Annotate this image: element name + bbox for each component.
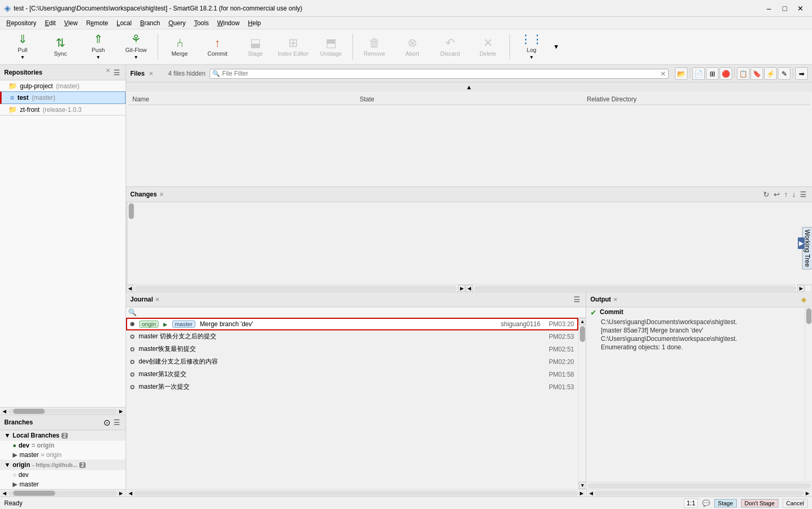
file-filter-clear-button[interactable]: ✕: [660, 70, 666, 78]
maximize-button[interactable]: □: [777, 3, 792, 14]
journal-row-1[interactable]: master 切换分支之后的提交 PM02:53: [126, 330, 578, 343]
toolbar-more-button[interactable]: ▼: [551, 32, 561, 62]
delete-button[interactable]: ✕ Delete: [470, 32, 506, 62]
commit-button[interactable]: ↑ Commit: [199, 32, 236, 62]
menu-repository[interactable]: Repository: [2, 18, 40, 28]
changes-scroll-left2-btn[interactable]: ◀: [465, 285, 473, 292]
menu-query[interactable]: Query: [164, 18, 190, 28]
files-close[interactable]: ✕: [149, 70, 153, 77]
journal-close[interactable]: ✕: [155, 296, 160, 303]
menu-tools[interactable]: Tools: [190, 18, 213, 28]
menu-local[interactable]: Local: [112, 18, 136, 28]
output-hscrollbar[interactable]: [586, 482, 812, 489]
menu-remote[interactable]: Remote: [82, 18, 112, 28]
status-dont-stage-btn[interactable]: Don't Stage: [741, 499, 778, 507]
files-diff-btn[interactable]: ⊞: [706, 67, 719, 80]
log-button[interactable]: ⋮⋮ Log ▼: [513, 32, 550, 62]
changes-hscrollbar[interactable]: ◀ ▶ ◀ ▶: [126, 284, 812, 292]
origin-group[interactable]: ▼ origin - https://github... 2: [0, 460, 126, 470]
journal-row-0[interactable]: origin ▶ master Merge branch 'dev' shigu…: [126, 318, 578, 330]
left-bottom-scroll-left-btn[interactable]: ◀: [1, 491, 8, 496]
journal-scroll-thumb[interactable]: [580, 326, 585, 342]
journal-vscrollbar[interactable]: ▲ ▼: [578, 318, 586, 489]
left-scroll-left-btn[interactable]: ◀: [1, 409, 8, 414]
files-chevron[interactable]: ▲: [126, 82, 812, 92]
changes-close[interactable]: ✕: [159, 191, 164, 198]
journal-scroll-up-btn[interactable]: ▲: [579, 318, 586, 325]
bottom-hscrollbar-right[interactable]: ◀ ▶: [586, 490, 812, 496]
changes-scroll-right-btn[interactable]: ▶: [458, 285, 465, 292]
file-filter-input[interactable]: [222, 70, 660, 77]
files-action2-btn[interactable]: 🔖: [751, 67, 763, 80]
branch-item-origin-dev[interactable]: ○ dev: [0, 470, 126, 480]
repositories-close[interactable]: ✕: [106, 67, 110, 78]
changes-scroll-right2-btn[interactable]: ▶: [797, 285, 805, 292]
files-open-btn[interactable]: 📂: [675, 67, 688, 80]
unstage-button[interactable]: ⬒ Unstage: [313, 32, 349, 62]
bottom-hscrollbar-left[interactable]: ◀ ▶: [126, 490, 586, 496]
abort-button[interactable]: ⊗ Abort: [394, 32, 431, 62]
repo-item-gulp[interactable]: 📁 gulp-project (master): [0, 80, 126, 91]
local-branches-group[interactable]: ▼ Local Branches 2: [0, 430, 126, 441]
left-bottom-scroll-right-btn[interactable]: ▶: [118, 491, 124, 496]
files-extra-btn[interactable]: ➡: [795, 67, 808, 80]
repo-item-test[interactable]: ≡ test (master): [0, 91, 126, 104]
remove-button[interactable]: 🗑 Remove: [356, 32, 393, 62]
gitflow-button[interactable]: ⚘ Git-Flow ▼: [118, 32, 154, 62]
index-editor-button[interactable]: ⊞ Index Editor: [275, 32, 311, 62]
left-scroll-thumb[interactable]: [13, 409, 45, 414]
journal-row-5[interactable]: master第一次提交 PM01:53: [126, 381, 578, 393]
files-action1-btn[interactable]: 📋: [737, 67, 749, 80]
left-scrollbar-horizontal[interactable]: ◀ ▶: [0, 407, 126, 414]
output-scroll-thumb[interactable]: [806, 308, 811, 324]
bottom-scroll-right-btn[interactable]: ▶: [578, 491, 585, 496]
sync-button[interactable]: ⇅ Sync: [42, 32, 79, 62]
changes-up-btn[interactable]: ↑: [783, 189, 789, 200]
discard-button[interactable]: ↶ Discard: [432, 32, 469, 62]
journal-row-4[interactable]: master第1次提交 PM01:58: [126, 368, 578, 381]
repo-item-zt[interactable]: 📁 zt-front (release-1.0.3: [0, 104, 126, 115]
files-resolve-btn[interactable]: ✎: [778, 67, 790, 80]
menu-help[interactable]: Help: [244, 18, 265, 28]
journal-row-3[interactable]: dev创建分支之后修改的内容 PM02:20: [126, 356, 578, 368]
changes-vscrollbar[interactable]: [127, 202, 134, 284]
stage-button[interactable]: ⬓ Stage: [237, 32, 274, 62]
menu-view[interactable]: View: [60, 18, 82, 28]
push-button[interactable]: ⇑ Push ▼: [80, 32, 117, 62]
menu-window[interactable]: Window: [213, 18, 244, 28]
minimize-button[interactable]: –: [762, 3, 776, 14]
left-scroll-right-btn[interactable]: ▶: [118, 409, 124, 414]
branches-menu-button[interactable]: ☰: [112, 417, 121, 428]
files-new-btn[interactable]: 📄: [692, 67, 705, 80]
output-hscroll-left-btn[interactable]: ◀: [588, 491, 595, 496]
menu-branch[interactable]: Branch: [136, 18, 164, 28]
output-hscroll-right-btn[interactable]: ▶: [804, 491, 811, 496]
branch-item-dev[interactable]: ● dev = origin: [0, 441, 126, 450]
status-stage-btn[interactable]: Stage: [714, 499, 737, 507]
menu-edit[interactable]: Edit: [40, 18, 60, 28]
bottom-scroll-left-btn[interactable]: ◀: [127, 491, 134, 496]
files-compare-btn[interactable]: 🔴: [720, 67, 732, 80]
branch-item-origin-master[interactable]: ▶ master: [0, 480, 126, 489]
journal-row-2[interactable]: master恢复最初提交 PM02:51: [126, 343, 578, 356]
left-bottom-scrollbar[interactable]: ◀ ▶: [0, 489, 126, 496]
changes-refresh-btn[interactable]: ↻: [762, 189, 771, 200]
github-icon[interactable]: ⊙: [103, 418, 110, 428]
repositories-menu-button[interactable]: ☰: [112, 67, 121, 78]
changes-vscroll-thumb[interactable]: [129, 203, 134, 219]
pull-button[interactable]: ⇓ Pull ▼: [4, 32, 41, 62]
changes-back-btn[interactable]: ↩: [773, 189, 781, 200]
changes-expand-btn[interactable]: ▶: [798, 237, 805, 249]
left-bottom-scroll-thumb[interactable]: [13, 491, 55, 496]
journal-scroll-down-btn[interactable]: ▼: [579, 482, 586, 489]
merge-button[interactable]: ⑃ Merge: [161, 32, 198, 62]
output-close[interactable]: ✕: [613, 296, 618, 303]
output-vscrollbar[interactable]: [805, 307, 812, 482]
changes-down-btn[interactable]: ↓: [791, 189, 797, 200]
changes-menu-btn[interactable]: ☰: [799, 189, 808, 200]
status-cancel-btn[interactable]: Cancel: [783, 499, 808, 507]
close-button[interactable]: ✕: [793, 3, 808, 14]
files-conflict-btn[interactable]: ⚡: [764, 67, 777, 80]
branch-item-master[interactable]: ▶ master = origin: [0, 450, 126, 460]
journal-menu-btn[interactable]: ☰: [572, 294, 581, 305]
